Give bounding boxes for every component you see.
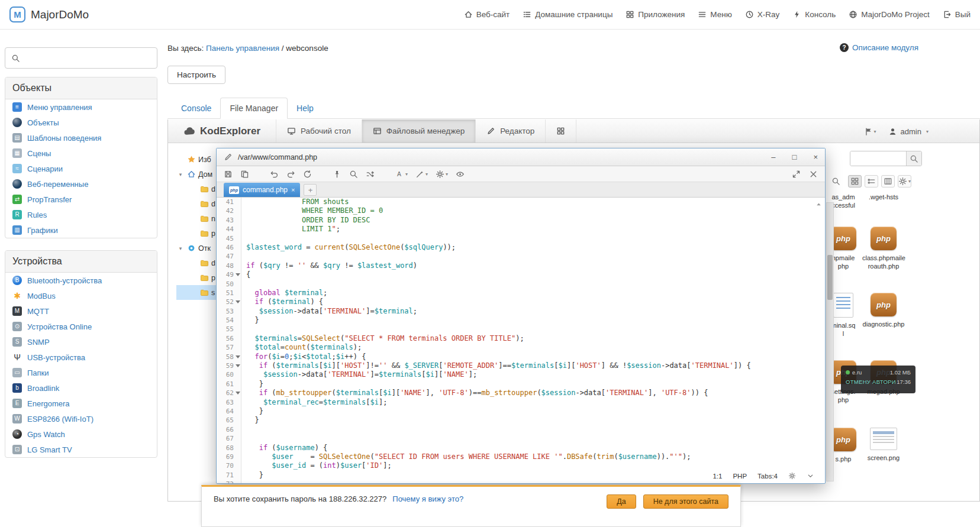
- sidebar-item[interactable]: bBroadlink: [5, 380, 157, 396]
- sidebar-item[interactable]: BBluetooth-устройства: [5, 273, 157, 288]
- scrollbar-thumb[interactable]: [827, 255, 833, 300]
- sidebar-item[interactable]: Объекты: [5, 115, 157, 130]
- sidebar-item[interactable]: WESP8266 (Wifi-IoT): [5, 411, 157, 426]
- module-description-link[interactable]: ? Описание модуля: [840, 43, 918, 52]
- kodexplorer-brand[interactable]: KodExplorer: [168, 119, 276, 143]
- tab-console[interactable]: Console: [172, 98, 220, 118]
- download-toast[interactable]: e.ru 1.02 МБ ОТМЕНУ АВТОРИ 17:36: [841, 366, 915, 393]
- columns-view-button[interactable]: [881, 175, 895, 187]
- topnav-item[interactable]: MajorDoMo Project: [849, 10, 930, 19]
- sidebar-item[interactable]: RRules: [5, 207, 157, 222]
- file-item[interactable]: screen.png: [862, 428, 905, 462]
- tab-file-manager[interactable]: File Manager: [220, 98, 288, 119]
- language-flag-button[interactable]: ▾: [864, 127, 876, 136]
- replace-button[interactable]: [366, 170, 375, 179]
- toast-action[interactable]: ОТМЕНУ АВТОРИ: [846, 379, 896, 385]
- save-password-yes-button[interactable]: Да: [607, 494, 636, 509]
- fold-marker-icon[interactable]: [236, 355, 240, 358]
- view-settings-button[interactable]: ▾: [898, 175, 911, 187]
- file-item[interactable]: phpclass.phpmaileroauth.php: [862, 227, 905, 270]
- close-tab-icon[interactable]: ×: [291, 186, 295, 193]
- file-item[interactable]: phpdiagnostic.php: [862, 293, 905, 328]
- pin-button[interactable]: [333, 170, 341, 179]
- refresh-button[interactable]: [303, 170, 312, 179]
- kod-menu-item[interactable]: Рабочий стол: [276, 119, 362, 143]
- file-list-scrollbar[interactable]: [826, 202, 834, 481]
- user-menu-button[interactable]: admin ▾: [888, 127, 929, 136]
- settings-button[interactable]: ▾: [436, 170, 448, 179]
- kod-menu-item[interactable]: Редактор: [475, 119, 545, 143]
- topnav-item[interactable]: X-Ray: [745, 10, 780, 19]
- file-search[interactable]: [850, 151, 922, 166]
- sidebar-item[interactable]: ✱ModBus: [5, 288, 157, 303]
- preview-button[interactable]: [456, 170, 465, 179]
- grid-view-button[interactable]: [848, 175, 862, 187]
- save-button[interactable]: [224, 170, 233, 179]
- sidebar-item[interactable]: ΨUSB-устройства: [5, 350, 157, 365]
- sidebar-item[interactable]: ▤Шаблоны поведения: [5, 130, 157, 146]
- editor-tab-command-php[interactable]: php command.php ×: [224, 183, 300, 197]
- sidebar-item[interactable]: ≈Сценарии: [5, 161, 157, 176]
- language-mode[interactable]: PHP: [733, 473, 747, 480]
- topnav-item[interactable]: Веб-сайт: [464, 10, 510, 19]
- topnav-item[interactable]: Меню: [698, 10, 732, 19]
- kod-menu-item[interactable]: Файловый менеджер: [362, 119, 475, 143]
- file-search-input[interactable]: [850, 151, 906, 166]
- sidebar-item[interactable]: ≡Меню управления: [5, 99, 157, 115]
- file-item[interactable]: .wget-hsts: [862, 193, 905, 201]
- topnav-item[interactable]: Вый: [943, 10, 971, 19]
- paste-button[interactable]: [240, 170, 249, 179]
- sidebar-item[interactable]: ▥Графики: [5, 222, 157, 238]
- sidebar-search-input[interactable]: [25, 53, 151, 63]
- fullscreen-button[interactable]: [792, 170, 801, 179]
- editor-titlebar[interactable]: /var/www/command.php –□×: [217, 148, 825, 166]
- chevron-down-icon[interactable]: [807, 472, 814, 480]
- magic-button[interactable]: ▾: [415, 170, 428, 179]
- zoom-button[interactable]: [829, 175, 843, 187]
- not-for-this-site-button[interactable]: Не для этого сайта: [643, 494, 728, 509]
- new-tab-button[interactable]: +: [304, 184, 317, 196]
- configure-button[interactable]: Настроить: [167, 66, 225, 84]
- search-button[interactable]: [349, 170, 358, 179]
- code-lines[interactable]: FROM shouts WHERE MEMBER_ID = 0 ORDER BY…: [241, 198, 825, 483]
- close-button[interactable]: [809, 170, 818, 179]
- minimize-button[interactable]: –: [771, 153, 775, 161]
- list-view-button[interactable]: [865, 175, 878, 187]
- sidebar-item[interactable]: ⊙Устройства Online: [5, 319, 157, 334]
- code-area[interactable]: 4142434445464748495051525354555657585960…: [217, 198, 825, 483]
- sidebar-item[interactable]: MMQTT: [5, 303, 157, 319]
- undo-button[interactable]: [270, 170, 279, 179]
- sidebar-item[interactable]: SSNMP: [5, 334, 157, 350]
- scroll-up-icon[interactable]: [815, 201, 823, 208]
- redo-button[interactable]: [286, 170, 295, 179]
- maximize-button[interactable]: □: [792, 153, 797, 161]
- tab-help[interactable]: Help: [288, 98, 323, 118]
- fold-marker-icon[interactable]: [236, 392, 240, 395]
- sidebar-item[interactable]: ▦Сцены: [5, 146, 157, 161]
- sidebar-item[interactable]: ◔Gps Watch: [5, 426, 157, 442]
- topnav-item[interactable]: Консоль: [792, 10, 836, 19]
- sidebar-search[interactable]: [5, 47, 157, 69]
- sidebar-item[interactable]: EEnergomera: [5, 396, 157, 411]
- file-search-button[interactable]: [906, 151, 921, 166]
- fold-marker-icon[interactable]: [236, 300, 240, 303]
- sidebar-item[interactable]: Веб-переменные: [5, 176, 157, 192]
- fold-marker-icon[interactable]: [236, 273, 240, 276]
- topnav-item[interactable]: Приложения: [626, 10, 685, 19]
- sidebar: Объекты≡Меню управленияОбъекты▤Шаблоны п…: [5, 47, 157, 470]
- brand[interactable]: M MajorDoMo: [9, 7, 89, 22]
- kod-menu-label: Файловый менеджер: [386, 127, 465, 135]
- settings-icon[interactable]: [788, 472, 796, 480]
- sidebar-item[interactable]: ▭Папки: [5, 365, 157, 380]
- sidebar-item[interactable]: ⊡LG Smart TV: [5, 442, 157, 457]
- sidebar-item-label: MQTT: [27, 307, 49, 316]
- close-button[interactable]: ×: [813, 153, 818, 161]
- apps-grid-button[interactable]: [545, 119, 576, 143]
- tab-size[interactable]: Tabs:4: [757, 473, 778, 480]
- why-am-i-seeing-this-link[interactable]: Почему я вижу это?: [392, 494, 463, 503]
- topnav-item[interactable]: Домашние страницы: [523, 10, 612, 19]
- font-button[interactable]: A▾: [395, 170, 408, 179]
- fold-marker-icon[interactable]: [236, 364, 240, 367]
- sidebar-item[interactable]: ⇄PropTransfer: [5, 192, 157, 207]
- breadcrumb-link[interactable]: Панель управления: [206, 44, 279, 53]
